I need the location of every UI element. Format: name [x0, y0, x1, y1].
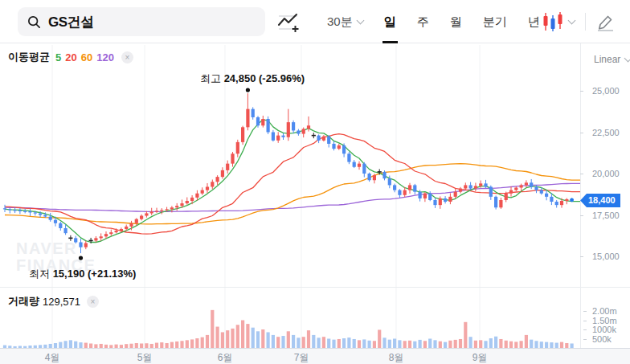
ma-period-value: 5: [55, 51, 61, 63]
toolbar: GS건설 30분일주월분기년: [0, 0, 630, 43]
ma-period-value: 60: [81, 51, 92, 63]
ma-period-value: 120: [96, 51, 114, 63]
moving-average-legend: 이동평균 52060120 ×: [8, 50, 133, 64]
volume-header: 거래량 129,571 ×: [8, 294, 99, 309]
compare-stock-button[interactable]: [276, 10, 300, 35]
volume-close-button[interactable]: ×: [87, 296, 99, 308]
candles: [3, 93, 574, 253]
last-price-dot: [570, 198, 574, 202]
pencil-icon: [595, 11, 616, 32]
legend-title: 이동평균: [8, 50, 50, 64]
candlestick-icon: [542, 11, 564, 32]
tab-period-월[interactable]: 월: [440, 0, 472, 43]
draw-tool-button[interactable]: [595, 11, 616, 32]
x-axis-strip: [0, 348, 630, 364]
chevron-down-icon: [568, 16, 576, 24]
ma20-line: [5, 134, 580, 235]
scale-selector[interactable]: Linear: [589, 53, 630, 66]
legend-close-button[interactable]: ×: [121, 51, 133, 63]
ma60-line: [5, 164, 580, 224]
axis-boundary-line: [580, 43, 581, 364]
ma5-line: [5, 120, 580, 243]
toolbar-divider: [585, 13, 586, 31]
chevron-down-icon: [624, 54, 630, 62]
period-tabs: 30분일주월분기년: [317, 0, 550, 43]
close-icon: ×: [125, 53, 129, 62]
legend-ma-values: 52060120: [55, 51, 114, 63]
month-gridlines: [52, 45, 480, 348]
price-volume-chart[interactable]: [0, 43, 630, 364]
tab-period-분기[interactable]: 분기: [472, 0, 518, 43]
high-dot: [246, 88, 250, 92]
scale-selector-label: Linear: [594, 54, 620, 65]
stock-search-box[interactable]: GS건설: [18, 7, 265, 36]
annotation-low: 최저 15,190 (+21.13%): [29, 267, 136, 281]
ma-period-value: 20: [65, 51, 76, 63]
volume-value: 129,571: [43, 296, 80, 308]
tab-period-주[interactable]: 주: [407, 0, 440, 43]
tab-period-30분[interactable]: 30분: [317, 0, 374, 43]
chart-style-button[interactable]: [542, 11, 575, 32]
ma120-line: [5, 183, 580, 211]
annotation-high: 최고 24,850 (-25.96%): [200, 72, 305, 86]
close-icon: ×: [91, 297, 96, 306]
search-query: GS건설: [48, 13, 94, 31]
volume-title: 거래량: [8, 294, 39, 309]
volume-bars: [3, 310, 574, 348]
chevron-down-icon: [356, 16, 364, 24]
stock-chart-app: GS건설 30분일주월분기년: [0, 0, 630, 364]
low-dot: [79, 256, 83, 260]
pane-separator: [0, 287, 630, 288]
current-price-badge: 18,400: [580, 194, 620, 207]
line-chart-plus-icon: [276, 10, 300, 35]
tab-period-일[interactable]: 일: [374, 0, 407, 43]
search-icon: [27, 15, 41, 29]
